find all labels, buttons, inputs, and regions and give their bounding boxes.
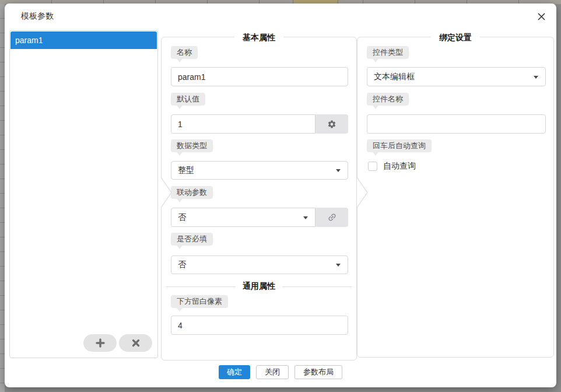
- x-icon: [132, 339, 140, 347]
- auto-query-row: 自动查询: [368, 161, 416, 172]
- chevron-down-icon: [336, 169, 341, 172]
- widget-name-label: 控件名称: [367, 93, 409, 106]
- remove-param-button[interactable]: [119, 334, 152, 352]
- dialog-title: 模板参数: [21, 11, 54, 22]
- required-select[interactable]: 否: [171, 256, 348, 274]
- binding-title: 绑定设置: [431, 32, 480, 43]
- auto-query-checkbox-label: 自动查询: [383, 161, 416, 172]
- splitter-collapse-handle[interactable]: [357, 175, 370, 210]
- required-label: 是否必填: [171, 233, 213, 246]
- enter-query-label: 回车后自动查询: [367, 139, 432, 152]
- ok-button[interactable]: 确定: [219, 365, 250, 379]
- divider: [166, 286, 236, 287]
- link-icon: [325, 210, 339, 224]
- default-value-settings-button[interactable]: [315, 114, 348, 134]
- splitter-collapse-handle[interactable]: [161, 175, 174, 210]
- close-dialog-button[interactable]: 关闭: [256, 365, 289, 379]
- linked-param-select[interactable]: 否: [171, 208, 315, 227]
- linked-param-label: 联动参数: [171, 186, 213, 199]
- linked-param-link-button[interactable]: [315, 208, 348, 227]
- chevron-down-icon: [534, 76, 538, 79]
- basic-props-title: 基本属性: [234, 32, 283, 43]
- widget-type-select-value: 文本编辑框: [374, 72, 415, 82]
- gear-icon: [327, 120, 336, 129]
- widget-name-input[interactable]: [367, 114, 546, 134]
- template-params-dialog: 模板参数 param1 基本属性 名称 默认值: [5, 4, 556, 387]
- close-button[interactable]: [533, 8, 549, 24]
- param-list-actions: [83, 334, 152, 352]
- datatype-label: 数据类型: [171, 139, 213, 152]
- param-list-panel: param1: [9, 30, 158, 358]
- dialog-footer: 确定 关闭 参数布局: [5, 365, 556, 379]
- add-param-button[interactable]: [83, 334, 117, 352]
- widget-type-select[interactable]: 文本编辑框: [367, 67, 546, 86]
- close-icon: [537, 12, 546, 21]
- default-value-group: [171, 114, 348, 134]
- default-value-input[interactable]: [171, 114, 315, 134]
- datatype-select-value: 整型: [178, 165, 194, 176]
- common-props-title: 通用属性: [243, 281, 275, 292]
- divider: [282, 286, 352, 287]
- param-list-item[interactable]: param1: [10, 32, 157, 49]
- datatype-select[interactable]: 整型: [171, 161, 348, 180]
- background-spreadsheet-rows: [0, 4, 5, 392]
- linked-param-group: 否: [171, 208, 348, 227]
- widget-type-label: 控件类型: [367, 46, 409, 59]
- plus-icon: [96, 338, 105, 348]
- basic-props-panel: 基本属性 名称 默认值 数据类型 整型 联动参数 否: [161, 37, 357, 360]
- bottom-padding-input[interactable]: [171, 316, 348, 335]
- bottom-padding-label: 下方留白像素: [171, 295, 228, 308]
- name-label: 名称: [171, 46, 198, 59]
- binding-panel: 绑定设置 控件类型 文本编辑框 控件名称 回车后自动查询 自动查询: [357, 37, 554, 358]
- default-value-label: 默认值: [171, 93, 205, 106]
- chevron-down-icon: [303, 216, 308, 219]
- required-select-value: 否: [178, 260, 186, 270]
- name-input[interactable]: [171, 67, 348, 86]
- common-props-header: 通用属性: [166, 280, 352, 293]
- chevron-down-icon: [336, 264, 341, 267]
- param-layout-button[interactable]: 参数布局: [294, 365, 342, 379]
- auto-query-checkbox[interactable]: [368, 162, 377, 171]
- linked-param-select-value: 否: [178, 212, 186, 223]
